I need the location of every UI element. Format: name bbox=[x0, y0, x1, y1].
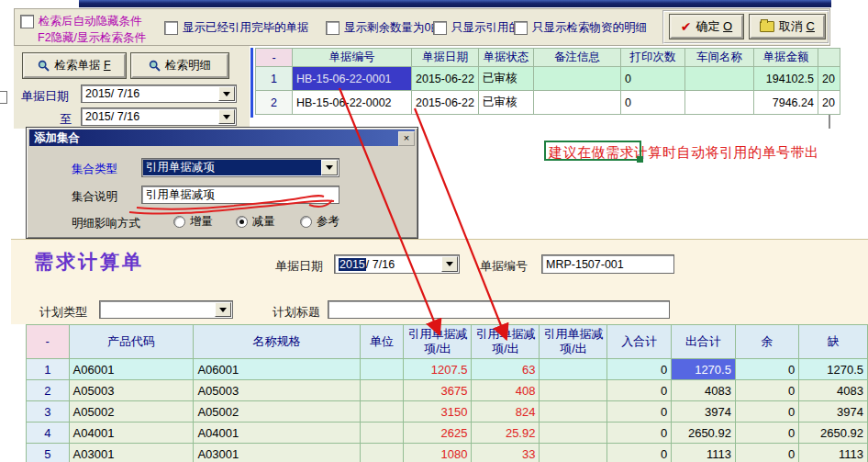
shortage-cell[interactable]: 2650.92 bbox=[799, 423, 868, 444]
shortage-cell[interactable]: 4083 bbox=[799, 380, 868, 401]
ref3-cell[interactable] bbox=[540, 444, 607, 462]
code-cell[interactable]: A05003 bbox=[69, 380, 194, 401]
clipped-cell[interactable]: 20 bbox=[818, 67, 840, 91]
name-cell[interactable]: A03001 bbox=[194, 444, 360, 462]
form-date-combobox[interactable]: 2015 / 7/16 bbox=[334, 254, 460, 274]
surplus-cell[interactable]: 0 bbox=[735, 380, 798, 401]
shortage-cell[interactable]: 1270.5 bbox=[799, 359, 868, 380]
checkbox-icon[interactable] bbox=[326, 21, 339, 35]
checkbox-show-referenced-only[interactable]: 只显示引用的 bbox=[433, 20, 520, 36]
checkbox-icon[interactable] bbox=[433, 21, 447, 35]
radio-checked-icon[interactable] bbox=[236, 216, 248, 228]
row-number[interactable]: 2 bbox=[27, 380, 70, 401]
row-number[interactable]: 4 bbox=[27, 423, 70, 444]
table-row[interactable]: 4 A04001 A04001 2625 25.92 0 2650.92 0 2… bbox=[27, 423, 868, 444]
shortage-cell[interactable]: 1113 bbox=[799, 444, 868, 462]
doc-no-cell[interactable]: HB-15-06-22-0002 bbox=[293, 91, 412, 115]
name-cell[interactable]: A05003 bbox=[194, 380, 360, 401]
table-row[interactable]: 2 HB-15-06-22-0002 2015-06-22 已审核 0 7946… bbox=[256, 91, 840, 115]
in-total-cell[interactable]: 0 bbox=[607, 380, 672, 401]
ref1-cell[interactable]: 3150 bbox=[404, 401, 472, 423]
name-cell[interactable]: A04001 bbox=[194, 423, 360, 444]
status-cell[interactable]: 已审核 bbox=[478, 91, 533, 115]
remark-cell[interactable] bbox=[533, 91, 620, 115]
ref3-cell[interactable] bbox=[540, 380, 607, 401]
doc-no-cell-selected[interactable]: HB-15-06-22-0001 bbox=[293, 67, 412, 91]
code-cell[interactable]: A06001 bbox=[69, 359, 194, 380]
shortage-cell[interactable]: 3974 bbox=[799, 401, 868, 423]
unit-cell[interactable] bbox=[360, 359, 404, 380]
table-row[interactable]: 3 A05002 A05002 3150 824 0 3974 0 3974 bbox=[27, 401, 868, 423]
remark-cell[interactable] bbox=[533, 67, 620, 91]
ref3-cell[interactable] bbox=[540, 423, 607, 444]
prints-cell[interactable]: 0 bbox=[620, 67, 684, 91]
ref2-cell[interactable]: 63 bbox=[472, 359, 540, 380]
ref2-cell[interactable]: 25.92 bbox=[472, 423, 540, 444]
radio-decrease[interactable]: 减量 bbox=[236, 214, 275, 230]
chevron-down-icon[interactable] bbox=[441, 256, 458, 272]
close-icon[interactable]: × bbox=[398, 131, 415, 146]
radio-increase[interactable]: 增量 bbox=[173, 214, 213, 230]
in-total-cell[interactable]: 0 bbox=[607, 359, 672, 380]
radio-icon[interactable] bbox=[173, 216, 185, 228]
ref1-cell[interactable]: 2625 bbox=[404, 423, 472, 444]
table-row[interactable]: 1 HB-15-06-22-0001 2015-06-22 已审核 0 1941… bbox=[256, 67, 840, 91]
table-row[interactable]: 2 A05003 A05003 3675 408 0 4083 0 4083 bbox=[27, 380, 868, 401]
table-row[interactable]: 1 A06001 A06001 1207.5 63 0 1270.5 0 127… bbox=[27, 359, 868, 380]
radio-icon[interactable] bbox=[300, 216, 312, 228]
checkbox-auto-hide-conditions[interactable]: 检索后自动隐藏条件 bbox=[20, 14, 142, 29]
in-total-cell[interactable]: 0 bbox=[607, 401, 672, 423]
doc-date-to-combobox[interactable]: 2015/ 7/16 bbox=[81, 107, 237, 126]
plan-title-input[interactable] bbox=[328, 300, 670, 319]
out-total-cell[interactable]: 3974 bbox=[672, 401, 736, 423]
doc-date-from-combobox[interactable]: 2015/ 7/16 bbox=[81, 85, 237, 103]
name-cell[interactable]: A05002 bbox=[194, 401, 360, 423]
workshop-cell[interactable] bbox=[684, 91, 753, 115]
unit-cell[interactable] bbox=[360, 380, 404, 401]
confirm-button[interactable]: ✔ 确定 O bbox=[670, 15, 743, 39]
prints-cell[interactable]: 0 bbox=[620, 91, 684, 115]
workshop-cell[interactable] bbox=[684, 67, 753, 91]
ref1-cell[interactable]: 1080 bbox=[404, 444, 472, 462]
unit-cell[interactable] bbox=[360, 401, 404, 423]
date-cell[interactable]: 2015-06-22 bbox=[412, 67, 479, 91]
clipped-cell[interactable]: 20 bbox=[818, 91, 840, 115]
unit-cell[interactable] bbox=[360, 444, 404, 462]
ref1-cell[interactable]: 1207.5 bbox=[404, 359, 472, 380]
dialog-titlebar[interactable]: 添加集合 bbox=[29, 130, 415, 146]
checkbox-icon[interactable] bbox=[164, 21, 178, 35]
row-number[interactable]: 1 bbox=[256, 67, 293, 91]
code-cell[interactable]: A03001 bbox=[69, 444, 194, 462]
row-number[interactable]: 2 bbox=[256, 91, 293, 115]
table-row[interactable]: 5 A03001 A03001 1080 33 0 1113 0 1113 bbox=[27, 444, 868, 462]
out-total-cell[interactable]: 1113 bbox=[672, 444, 736, 462]
ref2-cell[interactable]: 33 bbox=[472, 444, 540, 462]
status-cell[interactable]: 已审核 bbox=[478, 67, 533, 91]
row-number[interactable]: 1 bbox=[27, 359, 70, 380]
in-total-cell[interactable]: 0 bbox=[607, 423, 672, 444]
row-number[interactable]: 5 bbox=[27, 444, 70, 462]
checkbox-icon[interactable] bbox=[514, 21, 528, 35]
cancel-button[interactable]: 取消 C bbox=[750, 15, 825, 39]
plan-type-combobox[interactable] bbox=[99, 300, 233, 319]
surplus-cell[interactable]: 0 bbox=[735, 423, 798, 444]
radio-reference[interactable]: 参考 bbox=[300, 214, 339, 230]
ref2-cell[interactable]: 824 bbox=[472, 401, 540, 423]
code-cell[interactable]: A05002 bbox=[69, 401, 194, 423]
ref2-cell[interactable]: 408 bbox=[472, 380, 540, 401]
search-documents-button[interactable]: 检索单据 F bbox=[23, 53, 126, 78]
out-total-cell[interactable]: 2650.92 bbox=[672, 423, 736, 444]
row-number[interactable]: 3 bbox=[27, 401, 70, 423]
ref3-cell[interactable] bbox=[540, 359, 607, 380]
checkbox-icon[interactable] bbox=[20, 15, 34, 28]
chevron-down-icon[interactable] bbox=[215, 302, 231, 317]
name-cell[interactable]: A06001 bbox=[194, 359, 360, 380]
amount-cell[interactable]: 194102.5 bbox=[753, 67, 818, 91]
code-cell[interactable]: A04001 bbox=[69, 423, 194, 444]
checkbox-show-material-detail[interactable]: 只显示检索物资的明细 bbox=[514, 20, 647, 36]
surplus-cell[interactable]: 0 bbox=[735, 444, 798, 462]
checkbox-show-zero-qty[interactable]: 显示剩余数量为0的 bbox=[326, 20, 442, 36]
out-total-cell-selected[interactable]: 1270.5 bbox=[672, 359, 736, 380]
out-total-cell[interactable]: 4083 bbox=[672, 380, 736, 401]
form-doc-no-input[interactable]: MRP-1507-001 bbox=[541, 254, 674, 274]
